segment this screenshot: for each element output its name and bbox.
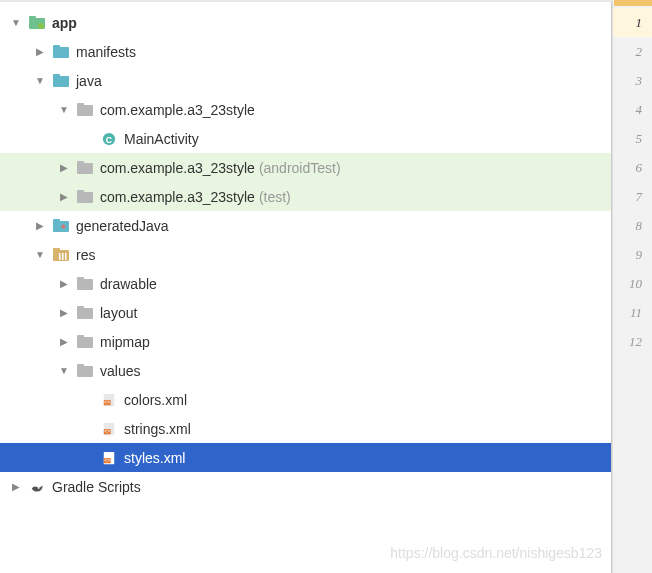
tree-item-label: MainActivity [124, 131, 199, 147]
gutter-line-number: 12 [613, 327, 652, 356]
tree-item-mipmap[interactable]: ▶mipmap [0, 327, 611, 356]
chevron-right-icon[interactable]: ▶ [56, 334, 72, 350]
svg-text:C: C [106, 134, 113, 144]
svg-rect-12 [77, 161, 84, 165]
tree-item-styles-xml[interactable]: <>styles.xml [0, 443, 611, 472]
gutter-line-number: 5 [613, 124, 652, 153]
tree-item-label: strings.xml [124, 421, 191, 437]
tree-item-label: mipmap [100, 334, 150, 350]
tree-item-app[interactable]: ▼app [0, 8, 611, 37]
svg-text:<>: <> [104, 399, 110, 405]
tree-item-layout[interactable]: ▶layout [0, 298, 611, 327]
gutter-line-number: 1 [613, 8, 652, 37]
tree-item-label: values [100, 363, 140, 379]
tree-item-generatedjava[interactable]: ▶generatedJava [0, 211, 611, 240]
chevron-down-icon[interactable]: ▼ [56, 102, 72, 118]
tree-item-label: com.example.a3_23style [100, 102, 255, 118]
gutter-line-number: 2 [613, 37, 652, 66]
svg-rect-20 [62, 253, 64, 260]
gutter-line-number: 3 [613, 66, 652, 95]
svg-rect-18 [53, 248, 60, 252]
xml-icon: <> [100, 421, 118, 437]
package-icon [76, 334, 94, 350]
svg-rect-8 [77, 103, 84, 107]
package-icon [76, 305, 94, 321]
tree-item-mainactivity[interactable]: CMainActivity [0, 124, 611, 153]
tree-item-label: app [52, 15, 77, 31]
gutter-line-number: 7 [613, 182, 652, 211]
package-icon [76, 102, 94, 118]
folder-teal-icon [52, 73, 70, 89]
svg-rect-6 [53, 74, 60, 78]
folder-teal-icon [52, 44, 70, 60]
chevron-right-icon[interactable]: ▶ [8, 479, 24, 495]
tree-item-drawable[interactable]: ▶drawable [0, 269, 611, 298]
module-folder-icon [28, 15, 46, 31]
package-icon [76, 189, 94, 205]
tree-item-manifests[interactable]: ▶manifests [0, 37, 611, 66]
tree-item-label: drawable [100, 276, 157, 292]
chevron-down-icon[interactable]: ▼ [32, 247, 48, 263]
tree-item-res[interactable]: ▼res [0, 240, 611, 269]
res-folder-icon [52, 247, 70, 263]
tree-item-label: layout [100, 305, 137, 321]
tree-item-com-example-a3-23style[interactable]: ▼com.example.a3_23style [0, 95, 611, 124]
svg-text:<>: <> [104, 428, 110, 434]
svg-rect-21 [65, 253, 67, 260]
svg-rect-16 [53, 219, 60, 223]
svg-rect-19 [59, 253, 61, 260]
gen-folder-icon [52, 218, 70, 234]
tree-item-label: generatedJava [76, 218, 169, 234]
gutter-line-number: 4 [613, 95, 652, 124]
package-icon [76, 363, 94, 379]
svg-rect-27 [77, 335, 84, 339]
tree-item-label: Gradle Scripts [52, 479, 141, 495]
chevron-down-icon[interactable]: ▼ [56, 363, 72, 379]
xml-icon: <> [100, 392, 118, 408]
tree-item-java[interactable]: ▼java [0, 66, 611, 95]
svg-text:<>: <> [104, 457, 110, 463]
chevron-down-icon[interactable]: ▼ [8, 15, 24, 31]
gutter-line-number: 10 [613, 269, 652, 298]
tree-item-gradle-scripts[interactable]: ▶Gradle Scripts [0, 472, 611, 501]
svg-rect-4 [53, 45, 60, 49]
tree-item-label: manifests [76, 44, 136, 60]
gutter-line-number: 6 [613, 153, 652, 182]
project-tree-panel[interactable]: ▼app▶manifests▼java▼com.example.a3_23sty… [0, 0, 612, 573]
xml-icon: <> [100, 450, 118, 466]
svg-point-39 [38, 487, 40, 489]
tree-item-colors-xml[interactable]: <>colors.xml [0, 385, 611, 414]
chevron-down-icon[interactable]: ▼ [32, 73, 48, 89]
gutter-line-number: 11 [613, 298, 652, 327]
tree-item-com-example-a3-23style[interactable]: ▶com.example.a3_23style(androidTest) [0, 153, 611, 182]
gradle-icon [28, 479, 46, 495]
tree-item-label: com.example.a3_23style [100, 189, 255, 205]
tree-item-label: com.example.a3_23style [100, 160, 255, 176]
tree-item-suffix: (test) [259, 189, 291, 205]
tree-item-suffix: (androidTest) [259, 160, 341, 176]
chevron-right-icon[interactable]: ▶ [32, 44, 48, 60]
tree-item-com-example-a3-23style[interactable]: ▶com.example.a3_23style(test) [0, 182, 611, 211]
gutter-line-number: 8 [613, 211, 652, 240]
class-c-icon: C [100, 131, 118, 147]
chevron-right-icon[interactable]: ▶ [56, 189, 72, 205]
tree-item-label: colors.xml [124, 392, 187, 408]
chevron-right-icon[interactable]: ▶ [56, 160, 72, 176]
tree-item-label: styles.xml [124, 450, 185, 466]
editor-gutter: 123456789101112 [612, 0, 652, 573]
gutter-line-number: 9 [613, 240, 652, 269]
svg-rect-29 [77, 364, 84, 368]
package-icon [76, 276, 94, 292]
svg-rect-25 [77, 306, 84, 310]
chevron-right-icon[interactable]: ▶ [56, 276, 72, 292]
chevron-right-icon[interactable]: ▶ [56, 305, 72, 321]
svg-rect-14 [77, 190, 84, 194]
svg-rect-1 [29, 16, 36, 20]
tree-item-values[interactable]: ▼values [0, 356, 611, 385]
chevron-right-icon[interactable]: ▶ [32, 218, 48, 234]
tree-item-label: java [76, 73, 102, 89]
tree-item-strings-xml[interactable]: <>strings.xml [0, 414, 611, 443]
svg-point-2 [38, 23, 44, 29]
package-icon [76, 160, 94, 176]
tree-item-label: res [76, 247, 95, 263]
